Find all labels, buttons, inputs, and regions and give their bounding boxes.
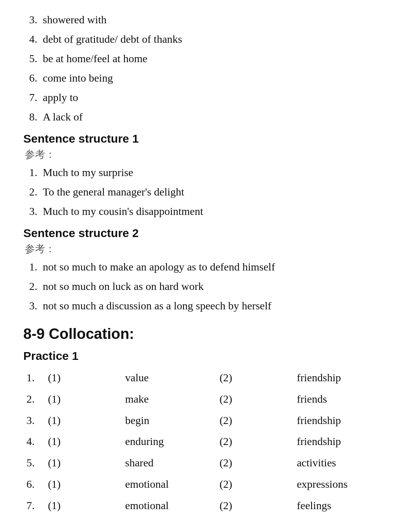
table-row: 7. (1) emotional (2) feelings [23, 495, 397, 517]
p1-word: make [122, 389, 217, 410]
item-num: 8. [23, 109, 43, 125]
item-text: not so much on luck as on hard work [43, 278, 204, 295]
p1-word: shared [122, 452, 217, 474]
ss1-list-item: 2.To the general manager's delight [23, 184, 397, 200]
sentence-structure-1-section: Sentence structure 1参考：1.Much to my surp… [23, 132, 397, 220]
sentence-structure-1-ref: 参考： [25, 148, 397, 161]
p2-bracket: (2) [217, 389, 294, 410]
p2-bracket: (2) [217, 410, 294, 431]
intro-list-item: 8.A lack of [23, 109, 397, 125]
p2-word: feelings [294, 495, 397, 517]
table-row: 6. (1) emotional (2) expressions [23, 474, 397, 495]
p2-bracket: (2) [217, 495, 294, 517]
p2-bracket: (2) [217, 367, 294, 389]
item-text: To the general manager's delight [43, 184, 184, 200]
p2-word: friendship [294, 410, 397, 431]
sentence-structure-2-ref: 参考： [25, 242, 397, 256]
sentence-structure-2-section: Sentence structure 2参考：1.not so much to … [23, 227, 397, 314]
item-num: 3. [23, 12, 43, 28]
p2-word: activities [294, 452, 397, 474]
intro-list-item: 3.showered with [23, 12, 397, 28]
item-text: be at home/feel at home [43, 51, 147, 67]
p1-word: begin [122, 410, 217, 431]
row-num: 4. [23, 431, 45, 452]
p2-bracket: (2) [217, 431, 294, 452]
item-text: showered with [43, 12, 107, 28]
item-num: 4. [23, 31, 43, 47]
item-num: 3. [23, 298, 43, 314]
p1-bracket: (1) [45, 452, 122, 474]
ss1-list-item: 1.Much to my surprise [23, 164, 397, 181]
p2-bracket: (2) [217, 452, 294, 474]
p1-word: emotionally [122, 517, 217, 520]
item-num: 1. [23, 164, 43, 181]
item-num: 2. [23, 184, 43, 200]
table-row: 3. (1) begin (2) friendship [23, 410, 397, 431]
p1-word: value [122, 367, 217, 389]
p2-word: honest [294, 517, 397, 520]
ss1-list-item: 3.Much to my cousin's disappointment [23, 203, 397, 220]
table-row: 4. (1) enduring (2) friendship [23, 431, 397, 452]
p2-word: friendship [294, 367, 397, 389]
sentence-structure-1-title: Sentence structure 1 [23, 132, 397, 145]
p2-bracket: (2) [217, 474, 294, 495]
intro-list-item: 7.apply to [23, 89, 397, 106]
item-num: 6. [23, 70, 43, 86]
p1-bracket: (1) [45, 431, 122, 452]
sentence-structure-2-title: Sentence structure 2 [23, 227, 397, 240]
p1-bracket: (1) [45, 389, 122, 410]
practice-1-table: 1. (1) value (2) friendship 2. (1) make … [23, 367, 397, 520]
ss2-list-item: 1.not so much to make an apology as to d… [23, 259, 397, 275]
item-text: come into being [43, 70, 113, 86]
intro-list-item: 5.be at home/feel at home [23, 51, 397, 67]
p1-word: emotional [122, 474, 217, 495]
item-text: Much to my cousin's disappointment [43, 203, 203, 220]
p2-word: friends [294, 389, 397, 410]
p1-bracket: (1) [45, 367, 122, 389]
intro-list-item: 4.debt of gratitude/ debt of thanks [23, 31, 397, 47]
item-num: 7. [23, 89, 43, 106]
practice-1-section: Practice 1 1. (1) value (2) friendship 2… [23, 349, 397, 520]
item-text: Much to my surprise [43, 164, 133, 181]
item-text: A lack of [43, 109, 83, 125]
p1-bracket: (1) [45, 517, 122, 520]
ss2-list-item: 3.not so much a discussion as a long spe… [23, 298, 397, 314]
item-num: 5. [23, 51, 43, 67]
p1-bracket: (1) [45, 495, 122, 517]
item-num: 2. [23, 278, 43, 295]
item-text: not so much to make an apology as to def… [43, 259, 275, 275]
intro-list-item: 6.come into being [23, 70, 397, 86]
p2-word: friendship [294, 431, 397, 452]
row-num: 5. [23, 452, 45, 474]
row-num: 8. [23, 517, 45, 520]
p1-word: enduring [122, 431, 217, 452]
item-text: not so much a discussion as a long speec… [43, 298, 271, 314]
table-row: 1. (1) value (2) friendship [23, 367, 397, 389]
row-num: 6. [23, 474, 45, 495]
collocation-section: 8-9 Collocation: [23, 326, 397, 342]
item-num: 1. [23, 259, 43, 275]
practice-1-title: Practice 1 [23, 349, 397, 363]
p2-bracket: (2) [217, 517, 294, 520]
table-row: 5. (1) shared (2) activities [23, 452, 397, 474]
row-num: 3. [23, 410, 45, 431]
item-text: debt of gratitude/ debt of thanks [43, 31, 182, 47]
item-num: 3. [23, 203, 43, 220]
row-num: 7. [23, 495, 45, 517]
collocation-title: 8-9 Collocation: [23, 326, 397, 342]
intro-list: 3.showered with4.debt of gratitude/ debt… [23, 12, 397, 125]
table-row: 8. (1) emotionally (2) honest [23, 517, 397, 520]
item-text: apply to [43, 89, 78, 106]
table-row: 2. (1) make (2) friends [23, 389, 397, 410]
p2-word: expressions [294, 474, 397, 495]
row-num: 2. [23, 389, 45, 410]
row-num: 1. [23, 367, 45, 389]
p1-bracket: (1) [45, 474, 122, 495]
p1-bracket: (1) [45, 410, 122, 431]
p1-word: emotional [122, 495, 217, 517]
ss2-list-item: 2.not so much on luck as on hard work [23, 278, 397, 295]
